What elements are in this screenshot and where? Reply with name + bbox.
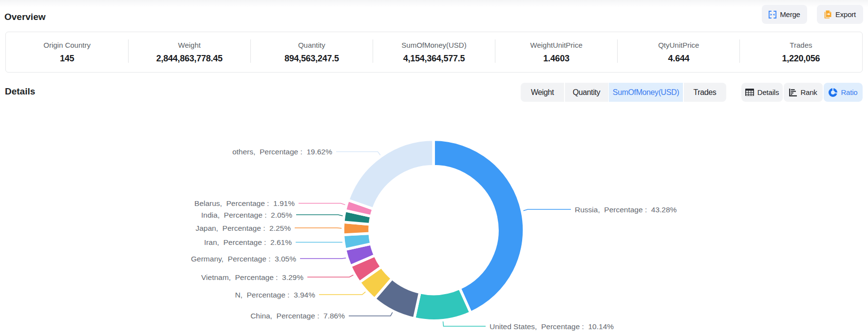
svg-text:N, Percentage : 3.94%: N, Percentage : 3.94% <box>235 291 315 299</box>
svg-text:United States, Percentage :: United States, Percentage : 10.14% <box>490 322 614 331</box>
svg-text:Germany, Percentage : 3.05%: Germany, Percentage : 3.05% <box>191 255 296 263</box>
svg-text:Iran, Percentage : 2.61%: Iran, Percentage : 2.61% <box>204 238 292 246</box>
svg-text:Japan, Percentage : 2.25%: Japan, Percentage : 2.25% <box>195 224 291 232</box>
svg-text:India, Percentage : 2.05%: India, Percentage : 2.05% <box>201 211 292 219</box>
svg-text:Belarus, Percentage : 1.91%: Belarus, Percentage : 1.91% <box>194 199 295 207</box>
svg-text:Vietnam, Percentage : 3.29%: Vietnam, Percentage : 3.29% <box>201 273 303 281</box>
svg-text:others, Percentage : 19.62%: others, Percentage : 19.62% <box>232 148 332 156</box>
svg-text:Russia, Percentage : 43.28%: Russia, Percentage : 43.28% <box>575 205 677 214</box>
svg-text:China, Percentage : 7.86%: China, Percentage : 7.86% <box>250 312 345 320</box>
